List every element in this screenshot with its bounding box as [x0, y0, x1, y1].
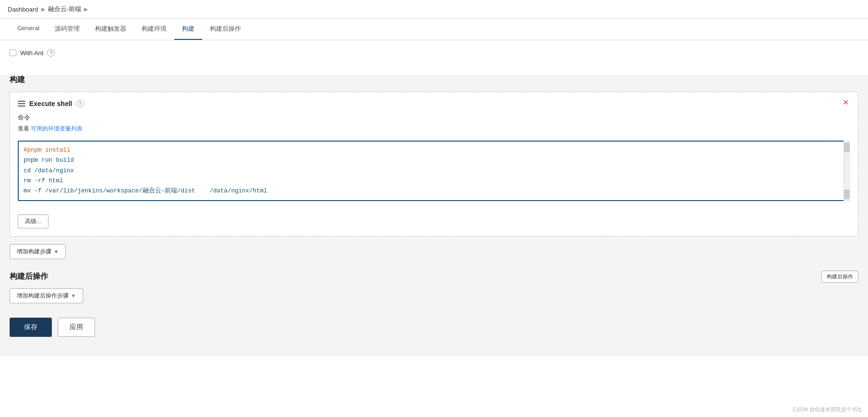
env-link-prefix: 查看	[18, 125, 31, 132]
post-build-badge-button[interactable]: 构建后操作	[821, 271, 858, 283]
save-button[interactable]: 保存	[10, 318, 52, 337]
code-line-5: mv -f /var/lib/jenkins/workspace/融合云-前端/…	[24, 186, 840, 196]
breadcrumb-dashboard[interactable]: Dashboard	[8, 6, 38, 13]
add-step-row: 增加构建步骤 ▼	[10, 244, 858, 259]
execute-shell-card: Execute shell ? ✕ 命令 查看 可用的环境变量列表 #pnpm …	[10, 92, 858, 237]
add-build-step-button[interactable]: 增加构建步骤 ▼	[10, 244, 66, 259]
tab-general[interactable]: General	[10, 19, 47, 40]
code-editor-wrapper: #pnpm install pnpm run build cd /data/ng…	[18, 141, 850, 201]
env-variables-link[interactable]: 可用的环境变量列表	[31, 125, 83, 133]
post-build-title: 构建后操作	[10, 272, 48, 282]
tabs-bar: General 源码管理 构建触发器 构建环境 构建 构建后操作	[0, 19, 868, 40]
command-label: 命令	[18, 113, 850, 122]
apply-button[interactable]: 应用	[58, 318, 95, 337]
with-ant-help-icon[interactable]: ?	[47, 49, 55, 57]
step-card-header: Execute shell ? ✕	[18, 100, 850, 107]
add-post-build-arrow: ▼	[71, 293, 76, 298]
drag-handle-icon[interactable]	[18, 101, 25, 107]
add-build-step-arrow: ▼	[54, 249, 59, 254]
with-ant-checkbox[interactable]	[10, 49, 16, 56]
tab-build[interactable]: 构建	[174, 19, 202, 40]
code-editor[interactable]: #pnpm install pnpm run build cd /data/ng…	[18, 141, 850, 201]
tab-source[interactable]: 源码管理	[47, 19, 87, 40]
add-post-build-row: 增加构建后操作步骤 ▼	[10, 288, 858, 303]
execute-shell-help-icon[interactable]: ?	[76, 100, 84, 107]
advanced-button[interactable]: 高级...	[18, 214, 48, 228]
tab-env[interactable]: 构建环境	[134, 19, 174, 40]
post-build-section: 构建后操作 构建后操作 增加构建后操作步骤 ▼	[10, 271, 858, 303]
post-build-badge-wrapper: 构建后操作	[821, 271, 858, 283]
env-link-row: 查看 可用的环境变量列表	[18, 125, 850, 137]
with-ant-section: With Ant ?	[0, 40, 868, 65]
add-post-build-step-label: 增加构建后操作步骤	[17, 292, 69, 300]
add-post-build-step-button[interactable]: 增加构建后操作步骤 ▼	[10, 288, 83, 303]
build-section-title: 构建	[10, 75, 858, 85]
scroll-thumb-bottom[interactable]	[844, 190, 850, 199]
breadcrumb-sep-1: ▶	[41, 6, 45, 12]
execute-shell-title: Execute shell	[29, 100, 72, 107]
breadcrumb-sep-2: ▶	[84, 6, 88, 12]
tab-trigger[interactable]: 构建触发器	[87, 19, 134, 40]
code-line-4: rm -rf html	[24, 176, 840, 186]
breadcrumb-project[interactable]: 融合云-前端	[48, 5, 81, 13]
post-build-header: 构建后操作 构建后操作	[10, 271, 858, 283]
tab-post-build[interactable]: 构建后操作	[202, 19, 249, 40]
main-content: 构建 Execute shell ? ✕ 命令 查看 可用的环境变量列表	[0, 75, 868, 356]
bottom-buttons: 保存 应用	[10, 318, 858, 346]
code-line-3: cd /data/nginx	[24, 166, 840, 176]
breadcrumb: Dashboard ▶ 融合云-前端 ▶	[0, 0, 868, 19]
scroll-thumb-top[interactable]	[844, 143, 850, 152]
code-line-1: #pnpm install	[24, 145, 840, 155]
add-build-step-label: 增加构建步骤	[17, 248, 51, 256]
close-step-button[interactable]: ✕	[840, 98, 851, 107]
scrollbar[interactable]	[844, 141, 850, 201]
with-ant-label: With Ant	[20, 49, 43, 57]
watermark: CSDN @你道本部院是个书生	[793, 406, 862, 413]
code-line-2: pnpm run build	[24, 155, 840, 166]
advanced-section: 高级...	[18, 208, 850, 228]
